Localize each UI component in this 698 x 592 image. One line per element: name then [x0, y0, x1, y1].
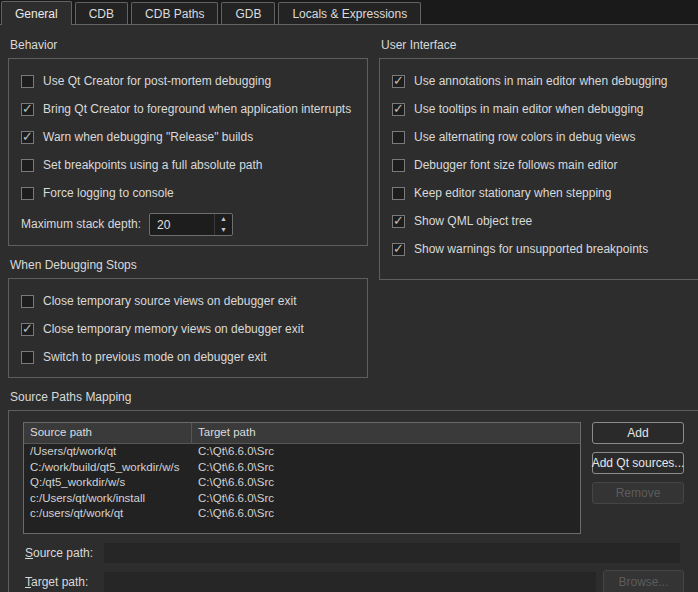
checkbox-label: Keep editor stationary when stepping [414, 186, 611, 200]
checkbox-row[interactable]: Debugger font size follows main editor [392, 151, 690, 179]
checkbox[interactable] [392, 243, 405, 256]
spin-down-icon[interactable]: ▼ [215, 224, 232, 235]
source-path-input[interactable] [104, 543, 680, 563]
spin-up-icon[interactable]: ▲ [215, 214, 232, 225]
checkbox-row[interactable]: Use Qt Creator for post-mortem debugging [21, 67, 359, 95]
checkbox[interactable] [21, 75, 34, 88]
target-path-cell: C:\Qt\6.6.0\Src [192, 475, 580, 491]
spinner-arrows: ▲ ▼ [214, 214, 232, 235]
checkbox[interactable] [21, 159, 34, 172]
checkbox-row[interactable]: Show QML object tree [392, 207, 690, 235]
add-qt-sources-button[interactable]: Add Qt sources... [592, 452, 684, 474]
checkbox-row[interactable]: Bring Qt Creator to foreground when appl… [21, 95, 359, 123]
checkbox-label: Warn when debugging "Release" builds [43, 130, 253, 144]
checkbox[interactable] [392, 159, 405, 172]
source-paths-mapping-group: Source Paths Mapping Source path Target … [8, 390, 698, 592]
source-paths-mapping-title: Source Paths Mapping [10, 390, 698, 404]
checkbox[interactable] [392, 215, 405, 228]
source-path-cell: C:/work/build/qt5_workdir/w/s [24, 460, 192, 476]
stack-depth-spinner[interactable]: 20 ▲ ▼ [149, 213, 233, 236]
checkbox-label: Use Qt Creator for post-mortem debugging [43, 74, 271, 88]
when-debugging-stops-group: When Debugging Stops Close temporary sou… [8, 258, 368, 378]
checkbox-label: Close temporary memory views on debugger… [43, 322, 304, 336]
checkbox-row[interactable]: Force logging to console [21, 179, 359, 207]
target-path-input[interactable] [104, 572, 596, 592]
checkbox-label: Show warnings for unsupported breakpoint… [414, 242, 648, 256]
checkbox-row[interactable]: Close temporary source views on debugger… [21, 287, 359, 315]
settings-page: Behavior Use Qt Creator for post-mortem … [0, 25, 698, 592]
source-path-cell: c:/users/qt/work/qt [24, 506, 192, 522]
checkbox[interactable] [392, 187, 405, 200]
table-body: /Users/qt/work/qt C:\Qt\6.6.0\Src C:/wor… [24, 444, 580, 522]
checkbox[interactable] [21, 295, 34, 308]
column-header-target-path[interactable]: Target path [192, 423, 580, 443]
target-path-cell: C:\Qt\6.6.0\Src [192, 506, 580, 522]
table-row[interactable]: Q:/qt5_workdir/w/s C:\Qt\6.6.0\Src [24, 475, 580, 491]
stops-checkbox-list: Close temporary source views on debugger… [21, 287, 359, 371]
column-header-source-path[interactable]: Source path [24, 423, 192, 443]
source-path-cell: Q:/qt5_workdir/w/s [24, 475, 192, 491]
checkbox-label: Set breakpoints using a full absolute pa… [43, 158, 262, 172]
table-header: Source path Target path [24, 423, 580, 444]
checkbox-row[interactable]: Switch to previous mode on debugger exit [21, 343, 359, 371]
table-row[interactable]: C:/work/build/qt5_workdir/w/s C:\Qt\6.6.… [24, 460, 580, 476]
checkbox[interactable] [21, 131, 34, 144]
behavior-group: Behavior Use Qt Creator for post-mortem … [8, 38, 368, 246]
checkbox[interactable] [21, 187, 34, 200]
checkbox-row[interactable]: Close temporary memory views on debugger… [21, 315, 359, 343]
behavior-group-title: Behavior [10, 38, 368, 52]
source-path-row: Source path: [23, 543, 684, 563]
checkbox-row[interactable]: Show warnings for unsupported breakpoint… [392, 235, 690, 263]
checkbox-row[interactable]: Use annotations in main editor when debu… [392, 67, 690, 95]
user-interface-group-title: User Interface [381, 38, 698, 52]
source-path-cell: /Users/qt/work/qt [24, 444, 192, 460]
tab-label: GDB [235, 7, 261, 21]
checkbox-row[interactable]: Set breakpoints using a full absolute pa… [21, 151, 359, 179]
checkbox-row[interactable]: Use tooltips in main editor when debuggi… [392, 95, 690, 123]
browse-button[interactable]: Browse... [603, 570, 684, 592]
tab[interactable]: General [1, 1, 72, 25]
checkbox-row[interactable]: Keep editor stationary when stepping [392, 179, 690, 207]
checkbox-row[interactable]: Warn when debugging "Release" builds [21, 123, 359, 151]
tab[interactable]: Locals & Expressions [278, 2, 421, 24]
add-button[interactable]: Add [592, 422, 684, 444]
checkbox[interactable] [21, 103, 34, 116]
stack-depth-row: Maximum stack depth: 20 ▲ ▼ [21, 209, 359, 239]
checkbox-label: Use alternating row colors in debug view… [414, 130, 635, 144]
checkbox[interactable] [21, 351, 34, 364]
checkbox-label: Debugger font size follows main editor [414, 158, 617, 172]
checkbox-label: Switch to previous mode on debugger exit [43, 350, 266, 364]
stack-depth-label: Maximum stack depth: [21, 217, 141, 231]
when-debugging-stops-title: When Debugging Stops [10, 258, 368, 272]
tab-label: CDB [89, 7, 114, 21]
checkbox[interactable] [392, 131, 405, 144]
checkbox[interactable] [392, 103, 405, 116]
checkbox-label: Bring Qt Creator to foreground when appl… [43, 102, 351, 116]
table-row[interactable]: c:/users/qt/work/qt C:\Qt\6.6.0\Src [24, 506, 580, 522]
checkbox-label: Use annotations in main editor when debu… [414, 74, 668, 88]
path-mapping-table[interactable]: Source path Target path /Users/qt/work/q… [23, 422, 581, 534]
tab-label: Locals & Expressions [292, 7, 407, 21]
tab[interactable]: CDB [75, 2, 128, 24]
user-interface-group: User Interface Use annotations in main e… [379, 38, 698, 280]
table-row[interactable]: /Users/qt/work/qt C:\Qt\6.6.0\Src [24, 444, 580, 460]
source-path-label: Source path: [23, 546, 104, 560]
checkbox-label: Close temporary source views on debugger… [43, 294, 296, 308]
checkbox[interactable] [392, 75, 405, 88]
checkbox-label: Show QML object tree [414, 214, 532, 228]
checkbox-label: Use tooltips in main editor when debuggi… [414, 102, 643, 116]
stack-depth-value[interactable]: 20 [150, 214, 214, 235]
target-path-cell: C:\Qt\6.6.0\Src [192, 444, 580, 460]
source-path-cell: c:/Users/qt/work/install [24, 491, 192, 507]
checkbox-label: Force logging to console [43, 186, 174, 200]
table-row[interactable]: c:/Users/qt/work/install C:\Qt\6.6.0\Src [24, 491, 580, 507]
checkbox-row[interactable]: Use alternating row colors in debug view… [392, 123, 690, 151]
behavior-checkbox-list: Use Qt Creator for post-mortem debugging… [21, 67, 359, 207]
remove-button[interactable]: Remove [592, 482, 684, 504]
tab[interactable]: GDB [221, 2, 275, 24]
target-path-cell: C:\Qt\6.6.0\Src [192, 460, 580, 476]
tab[interactable]: CDB Paths [131, 2, 218, 24]
tab-label: CDB Paths [145, 7, 204, 21]
checkbox[interactable] [21, 323, 34, 336]
tab-label: General [15, 7, 58, 21]
